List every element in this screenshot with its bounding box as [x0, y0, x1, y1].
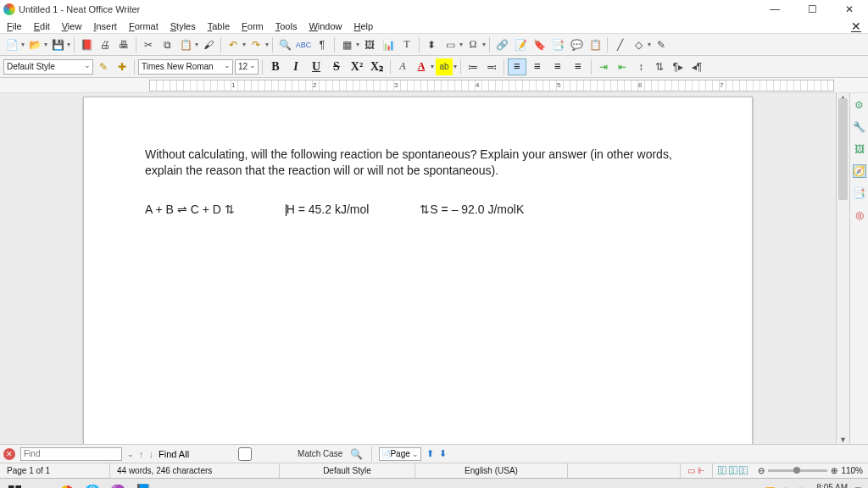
- align-left-icon[interactable]: ≡: [508, 58, 526, 75]
- cross-ref-icon[interactable]: 📑: [549, 36, 566, 53]
- reaction-equation[interactable]: A + B ⇌ C + D ⇅: [145, 202, 235, 216]
- menu-insert[interactable]: Insert: [88, 19, 122, 33]
- number-list-icon[interactable]: ≕: [483, 58, 500, 75]
- tray-clock[interactable]: 8:05 AM 3/14/2021: [810, 483, 849, 489]
- find-input[interactable]: [20, 447, 122, 461]
- menu-edit[interactable]: Edit: [29, 19, 55, 33]
- find-icon[interactable]: 🔍: [276, 36, 293, 53]
- status-selection-mode[interactable]: ▭ ⊩: [681, 463, 713, 478]
- taskbar-explorer-icon[interactable]: 🗂: [29, 479, 54, 489]
- print-preview-icon[interactable]: 🖶: [115, 36, 132, 53]
- pilcrow-icon[interactable]: ¶: [314, 36, 331, 53]
- copy-icon[interactable]: ⧉: [159, 36, 175, 53]
- navigate-by-combo[interactable]: Page: [379, 447, 420, 461]
- paste-icon[interactable]: 📋: [177, 36, 194, 53]
- page-area[interactable]: Without calculating, will the following …: [0, 93, 836, 444]
- special-char-icon[interactable]: Ω: [465, 36, 481, 53]
- zoom-out-icon[interactable]: ⊖: [758, 466, 765, 475]
- close-button[interactable]: ✕: [834, 1, 865, 18]
- sidebar-gallery-icon[interactable]: 🖼: [853, 142, 866, 156]
- spellcheck-icon[interactable]: ABC: [295, 36, 312, 53]
- find-options-icon[interactable]: 🔍: [348, 446, 364, 463]
- find-next-icon[interactable]: ↓: [149, 449, 154, 459]
- find-prev-icon[interactable]: ↑: [139, 449, 144, 459]
- zoom-control[interactable]: ⊖ ⊕ 110%: [753, 466, 868, 475]
- new-doc-icon[interactable]: 📄: [3, 36, 20, 53]
- sidebar-page-icon[interactable]: 📑: [853, 186, 866, 200]
- page-break-icon[interactable]: ⬍: [423, 36, 440, 53]
- redo-icon[interactable]: ↷: [248, 36, 264, 53]
- basic-shapes-icon[interactable]: ◇: [630, 36, 647, 53]
- menu-window[interactable]: Window: [303, 19, 347, 33]
- menu-help[interactable]: Help: [349, 19, 379, 33]
- minimize-button[interactable]: —: [760, 1, 790, 18]
- line-spacing-icon[interactable]: ↕: [632, 58, 649, 75]
- para-spacing-icon[interactable]: ⇅: [651, 58, 668, 75]
- decrease-indent-icon[interactable]: ⇤: [614, 58, 631, 75]
- document-close-button[interactable]: ✕: [846, 18, 866, 35]
- update-style-icon[interactable]: ✎: [95, 58, 112, 75]
- equation-row[interactable]: A + B ⇌ C + D ⇅ H = 45.2 kJ/mol ⇅S = – 9…: [145, 202, 691, 216]
- footnote-icon[interactable]: 📝: [512, 36, 529, 53]
- view-mode-icons[interactable]: ⿲ ⿲ ⿲: [713, 466, 754, 475]
- taskbar-chrome-icon[interactable]: [54, 479, 80, 489]
- menu-format[interactable]: Format: [124, 19, 164, 33]
- ltr-icon[interactable]: ¶▸: [670, 58, 687, 75]
- status-word-count[interactable]: 44 words, 246 characters: [110, 463, 280, 478]
- insert-table-icon[interactable]: ▦: [338, 36, 355, 53]
- status-language[interactable]: English (USA): [415, 463, 568, 478]
- comment-icon[interactable]: 💬: [568, 36, 585, 53]
- sidebar-navigator-icon[interactable]: 🧭: [853, 164, 866, 178]
- menu-table[interactable]: Table: [203, 19, 235, 33]
- insert-image-icon[interactable]: 🖼: [361, 36, 378, 53]
- delta-s[interactable]: ⇅S = – 92.0 J/molK: [420, 202, 524, 216]
- status-page[interactable]: Page 1 of 1: [0, 463, 110, 478]
- find-all-button[interactable]: Find All: [159, 449, 189, 459]
- align-right-icon[interactable]: ≡: [548, 58, 567, 75]
- insert-chart-icon[interactable]: 📊: [380, 36, 397, 53]
- print-icon[interactable]: 🖨: [97, 36, 114, 53]
- sidebar-properties-icon[interactable]: ⚙: [853, 98, 866, 112]
- menu-tools[interactable]: Tools: [270, 19, 303, 33]
- sidebar-styles-icon[interactable]: 🔧: [853, 120, 866, 134]
- highlight-icon[interactable]: ab: [436, 58, 453, 75]
- document-page[interactable]: Without calculating, will the following …: [83, 97, 753, 444]
- zoom-value[interactable]: 110%: [841, 466, 863, 475]
- nav-next-icon[interactable]: ⬇: [439, 448, 447, 459]
- increase-indent-icon[interactable]: ⇥: [595, 58, 612, 75]
- superscript-button[interactable]: X²: [348, 58, 366, 75]
- new-style-icon[interactable]: ✚: [114, 58, 131, 75]
- menu-form[interactable]: Form: [236, 19, 269, 33]
- save-icon[interactable]: 💾: [49, 36, 66, 53]
- menu-file[interactable]: File: [2, 19, 27, 33]
- bullet-list-icon[interactable]: ≔: [465, 58, 481, 75]
- format-paintbrush-icon[interactable]: 🖌: [200, 36, 217, 53]
- status-style[interactable]: Default Style: [280, 463, 415, 478]
- find-dropdown-icon[interactable]: ⌄: [127, 450, 134, 458]
- menu-view[interactable]: View: [57, 19, 87, 33]
- italic-button[interactable]: I: [287, 58, 305, 75]
- undo-icon[interactable]: ↶: [225, 36, 242, 53]
- font-color-icon[interactable]: A: [413, 58, 430, 75]
- paragraph-1[interactable]: Without calculating, will the following …: [145, 147, 691, 179]
- maximize-button[interactable]: ☐: [797, 1, 827, 18]
- close-findbar-icon[interactable]: ✕: [3, 448, 15, 460]
- open-icon[interactable]: 📂: [26, 36, 43, 53]
- nav-prev-icon[interactable]: ⬆: [426, 448, 434, 459]
- taskbar-edge-icon[interactable]: 🌐: [80, 479, 105, 489]
- font-name-combo[interactable]: Times New Roman: [138, 59, 233, 75]
- horizontal-ruler[interactable]: 1 2 3 4 5 6 7: [0, 78, 868, 93]
- cut-icon[interactable]: ✂: [140, 36, 157, 53]
- line-icon[interactable]: ╱: [611, 36, 628, 53]
- taskbar-writer-icon[interactable]: 📘: [131, 479, 156, 489]
- align-center-icon[interactable]: ≡: [528, 58, 547, 75]
- insert-field-icon[interactable]: ▭: [442, 36, 459, 53]
- bold-button[interactable]: B: [266, 58, 285, 75]
- scroll-thumb[interactable]: [838, 98, 848, 200]
- status-insert-mode[interactable]: [568, 463, 681, 478]
- paragraph-style-combo[interactable]: Default Style: [3, 59, 93, 75]
- export-pdf-icon[interactable]: 📕: [78, 36, 95, 53]
- taskbar-app-icon[interactable]: 🟣: [105, 479, 131, 489]
- align-justify-icon[interactable]: ≡: [569, 58, 587, 75]
- rtl-icon[interactable]: ◂¶: [688, 58, 705, 75]
